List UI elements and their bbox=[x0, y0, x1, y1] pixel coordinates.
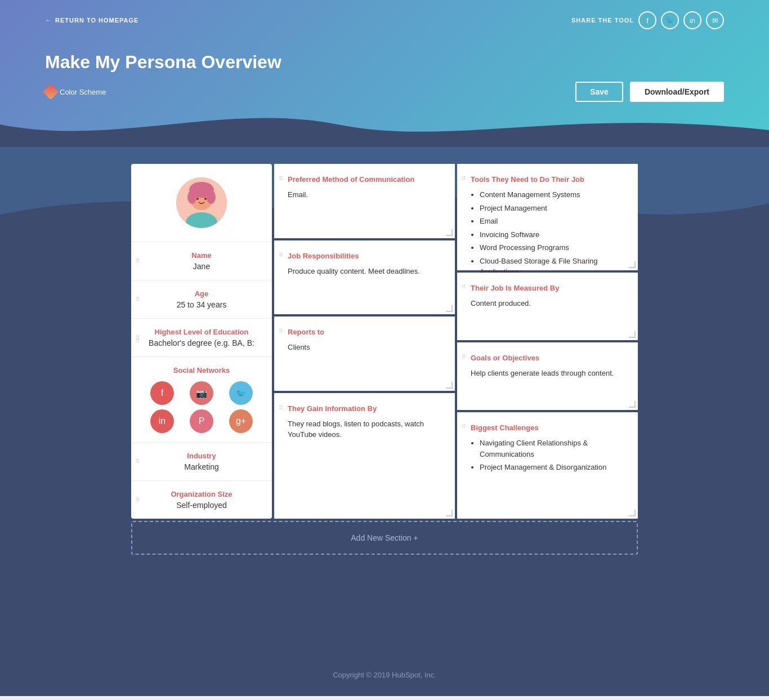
job-resp-label: Job Responsibilities bbox=[288, 252, 441, 260]
svg-point-6 bbox=[196, 198, 199, 200]
drag-handle-tools: ⠿ bbox=[462, 175, 466, 181]
comm-value: Email. bbox=[288, 189, 441, 200]
copyright-area: Copyright © 2019 HubSpot, Inc. bbox=[0, 654, 769, 696]
page-title: Make My Persona Overview bbox=[45, 52, 724, 73]
copyright-text: Copyright © 2019 HubSpot, Inc. bbox=[333, 671, 436, 679]
svg-point-7 bbox=[204, 198, 207, 200]
education-value: Bachelor's degree (e.g. BA, B: bbox=[145, 338, 258, 347]
share-facebook-button[interactable]: f bbox=[638, 11, 656, 29]
color-scheme-selector[interactable]: Color Scheme bbox=[45, 86, 106, 97]
industry-value: Marketing bbox=[145, 462, 258, 471]
reports-to-value: Clients bbox=[288, 342, 441, 353]
return-homepage-link[interactable]: ← RETURN TO HOMEPAGE bbox=[45, 17, 138, 24]
communication-card: ⠿ Preferred Method of Communication Emai… bbox=[274, 164, 455, 238]
drag-handle-industry: ⠿ bbox=[136, 458, 140, 465]
save-button[interactable]: Save bbox=[575, 82, 623, 102]
job-resp-value: Produce quality content. Meet deadlines. bbox=[288, 266, 441, 277]
resize-handle-reports[interactable] bbox=[446, 382, 453, 389]
tools-label: Tools They Need to Do Their Job bbox=[471, 175, 624, 184]
tools-card: ⠿ Tools They Need to Do Their Job Conten… bbox=[457, 164, 638, 270]
resize-handle-tools[interactable] bbox=[629, 261, 636, 268]
color-scheme-label: Color Scheme bbox=[60, 88, 106, 96]
challenges-card: ⠿ Biggest Challenges Navigating Client R… bbox=[457, 412, 638, 519]
share-label: SHARE THE TOOL bbox=[571, 17, 634, 24]
industry-field: ⠿ Industry Marketing bbox=[131, 443, 272, 481]
name-label: Name bbox=[145, 251, 258, 260]
share-email-button[interactable]: ✉ bbox=[706, 11, 724, 29]
age-field: ⠿ Age 25 to 34 years bbox=[131, 280, 272, 319]
job-responsibilities-card: ⠿ Job Responsibilities Produce quality c… bbox=[274, 240, 455, 315]
instagram-icon-button[interactable]: 📷 bbox=[190, 381, 213, 405]
challenges-list: Navigating Client Relationships & Commun… bbox=[471, 438, 624, 473]
drag-handle-challenges: ⠿ bbox=[462, 423, 466, 430]
svg-point-4 bbox=[187, 190, 196, 204]
tool-item-1: Content Management Systems bbox=[480, 189, 624, 200]
drag-handle-comm: ⠿ bbox=[279, 175, 283, 181]
googleplus-icon-button[interactable]: g+ bbox=[229, 409, 253, 433]
linkedin-icon-button[interactable]: in bbox=[150, 409, 174, 433]
svg-point-5 bbox=[207, 190, 216, 204]
resize-handle-measured[interactable] bbox=[629, 331, 636, 338]
social-networks-section: ⠿ Social Networks f 📷 🐦 in P g+ bbox=[131, 357, 272, 443]
drag-handle-social: ⠿ bbox=[136, 338, 140, 345]
age-value: 25 to 34 years bbox=[145, 300, 258, 309]
name-value: Jane bbox=[145, 262, 258, 271]
education-label: Highest Level of Education bbox=[145, 328, 258, 336]
avatar[interactable] bbox=[176, 177, 227, 228]
drag-handle-name: ⠿ bbox=[136, 258, 140, 265]
drag-handle-reports: ⠿ bbox=[279, 328, 283, 334]
challenge-item-2: Project Management & Disorganization bbox=[480, 462, 624, 473]
persona-right-column: ⠿ Tools They Need to Do Their Job Conten… bbox=[457, 164, 638, 519]
reports-to-card: ⠿ Reports to Clients bbox=[274, 316, 455, 391]
persona-left-column: ⠿ Name Jane ⠿ Age 25 to 34 years ⠿ Highe… bbox=[131, 164, 272, 519]
drag-handle-age: ⠿ bbox=[136, 296, 140, 303]
challenge-item-1: Navigating Client Relationships & Commun… bbox=[480, 438, 624, 460]
education-field: ⠿ Highest Level of Education Bachelor's … bbox=[131, 319, 272, 357]
goals-card: ⠿ Goals or Objectives Help clients gener… bbox=[457, 342, 638, 410]
resize-handle-goals[interactable] bbox=[629, 401, 636, 408]
org-size-field: ⠿ Organization Size Self-employed bbox=[131, 481, 272, 519]
drag-handle-measured: ⠿ bbox=[462, 284, 466, 290]
measured-value: Content produced. bbox=[471, 298, 624, 309]
goals-value: Help clients generate leads through cont… bbox=[471, 368, 624, 379]
org-size-label: Organization Size bbox=[145, 490, 258, 498]
social-icons-grid: f 📷 🐦 in P g+ bbox=[145, 381, 258, 433]
add-new-section-button[interactable]: Add New Section + bbox=[131, 521, 638, 555]
arrow-left-icon: ← bbox=[45, 17, 52, 24]
name-field: ⠿ Name Jane bbox=[131, 242, 272, 280]
social-label: Social Networks bbox=[145, 366, 258, 374]
age-label: Age bbox=[145, 289, 258, 298]
measured-label: Their Job Is Measured By bbox=[471, 284, 624, 292]
color-icon bbox=[43, 84, 59, 100]
persona-middle-column: ⠿ Preferred Method of Communication Emai… bbox=[274, 164, 455, 519]
resize-handle-job[interactable] bbox=[446, 305, 453, 312]
resize-handle-challenges[interactable] bbox=[629, 510, 636, 516]
drag-handle-org-size: ⠿ bbox=[136, 497, 140, 503]
measured-by-card: ⠿ Their Job Is Measured By Content produ… bbox=[457, 273, 638, 340]
facebook-icon-button[interactable]: f bbox=[150, 381, 174, 405]
download-export-button[interactable]: Download/Export bbox=[630, 82, 724, 102]
drag-handle-job: ⠿ bbox=[279, 252, 283, 258]
info-value: They read blogs, listen to podcasts, wat… bbox=[288, 418, 441, 440]
reports-to-label: Reports to bbox=[288, 328, 441, 336]
pinterest-icon-button[interactable]: P bbox=[190, 409, 213, 433]
share-twitter-button[interactable]: 🐦 bbox=[661, 11, 679, 29]
challenges-label: Biggest Challenges bbox=[471, 423, 624, 432]
resize-handle-comm[interactable] bbox=[446, 229, 453, 236]
resize-handle-info[interactable] bbox=[446, 510, 453, 516]
gain-information-card: ⠿ They Gain Information By They read blo… bbox=[274, 393, 455, 519]
goals-label: Goals or Objectives bbox=[471, 354, 624, 362]
tool-item-2: Project Management bbox=[480, 203, 624, 214]
org-size-value: Self-employed bbox=[145, 501, 258, 510]
tool-item-5: Word Processing Programs bbox=[480, 242, 624, 253]
avatar-section bbox=[131, 164, 272, 242]
comm-label: Preferred Method of Communication bbox=[288, 175, 441, 184]
tools-list: Content Management Systems Project Manag… bbox=[471, 189, 624, 278]
tool-item-4: Invoicing Software bbox=[480, 229, 624, 240]
drag-handle-info: ⠿ bbox=[279, 404, 283, 411]
industry-label: Industry bbox=[145, 452, 258, 460]
twitter-icon-button[interactable]: 🐦 bbox=[229, 381, 253, 405]
share-linkedin-button[interactable]: in bbox=[683, 11, 701, 29]
return-label: RETURN TO HOMEPAGE bbox=[55, 17, 138, 24]
drag-handle-goals: ⠿ bbox=[462, 354, 466, 360]
